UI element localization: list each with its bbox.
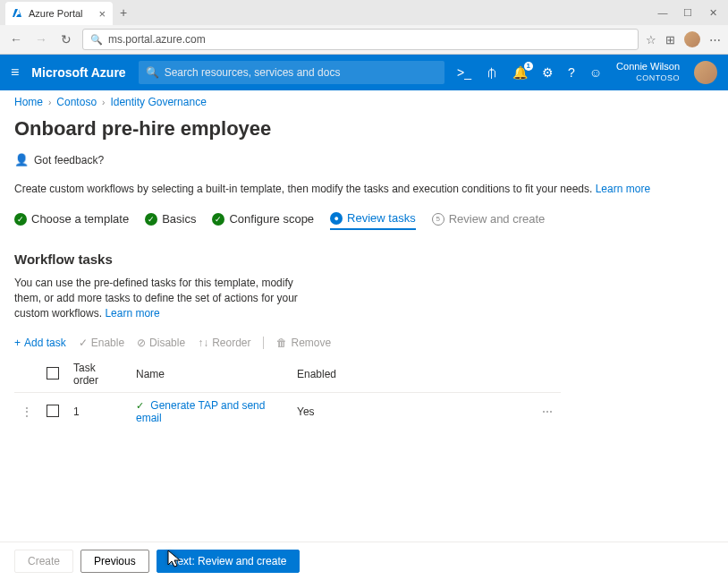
- user-block[interactable]: Connie Wilson CONTOSO: [616, 61, 680, 84]
- row-menu-icon[interactable]: ⋯: [542, 405, 554, 418]
- trash-icon: 🗑: [276, 337, 287, 349]
- breadcrumb: Home › Contoso › Identity Governance: [0, 90, 728, 114]
- settings-icon[interactable]: ⚙: [542, 65, 554, 80]
- col-header-name[interactable]: Name: [129, 356, 290, 393]
- azure-favicon: [13, 8, 23, 19]
- directory-filter-icon[interactable]: ⫛: [486, 65, 498, 80]
- step-review-create: 5 Review and create: [432, 211, 546, 230]
- crumb-home[interactable]: Home: [14, 96, 43, 108]
- tab-title: Azure Portal: [29, 8, 83, 19]
- crumb-identity-governance[interactable]: Identity Governance: [110, 96, 206, 108]
- page-description: Create custom workflows by selecting a b…: [14, 183, 714, 195]
- task-order: 1: [66, 393, 129, 431]
- feedback-label: Got feedback?: [34, 154, 104, 166]
- minimize-button[interactable]: —: [656, 7, 669, 19]
- chevron-right-icon: ›: [102, 98, 105, 107]
- wizard-steps: ✓ Choose a template ✓ Basics ✓ Configure…: [14, 211, 714, 230]
- table-row[interactable]: ⋮ 1 ✓ Generate TAP and send email Yes ⋯: [14, 393, 561, 431]
- task-toolbar: + Add task ✓ Enable ⊘ Disable ↑↓ Reorder…: [14, 337, 714, 349]
- help-icon[interactable]: ?: [568, 65, 575, 80]
- step-basics[interactable]: ✓ Basics: [145, 211, 196, 230]
- check-icon: ✓: [14, 213, 27, 226]
- feedback-link[interactable]: 👤 Got feedback?: [14, 153, 714, 166]
- new-tab-button[interactable]: +: [113, 5, 134, 20]
- user-avatar[interactable]: [694, 61, 717, 84]
- search-icon: 🔍: [90, 34, 103, 46]
- favorite-icon[interactable]: ☆: [646, 33, 656, 47]
- close-tab-icon[interactable]: ×: [98, 7, 106, 21]
- user-org: CONTOSO: [616, 72, 680, 84]
- global-search[interactable]: 🔍 Search resources, services and docs: [139, 61, 444, 84]
- tab-row: Azure Portal × + — ☐ ✕: [0, 0, 728, 25]
- address-bar[interactable]: 🔍 ms.portal.azure.com: [82, 29, 639, 50]
- azure-top-bar: ≡ Microsoft Azure 🔍 Search resources, se…: [0, 55, 728, 90]
- pending-step-icon: 5: [432, 213, 444, 226]
- add-task-button[interactable]: + Add task: [14, 337, 66, 349]
- row-checkbox[interactable]: [47, 405, 59, 417]
- forward-button[interactable]: →: [32, 32, 50, 47]
- select-all-checkbox[interactable]: [47, 367, 59, 380]
- status-ok-icon: ✓: [136, 400, 144, 411]
- section-title: Workflow tasks: [14, 252, 714, 267]
- step-review-tasks[interactable]: ● Review tasks: [330, 211, 416, 230]
- step-configure-scope[interactable]: ✓ Configure scope: [212, 211, 314, 230]
- enable-button: ✓ Enable: [79, 337, 124, 349]
- col-header-enabled[interactable]: Enabled: [290, 356, 534, 393]
- check-icon: ✓: [145, 213, 157, 226]
- crumb-contoso[interactable]: Contoso: [56, 96, 97, 108]
- top-bar-actions: >_ ⫛ 🔔1 ⚙ ? ☺ Connie Wilson CONTOSO: [457, 61, 717, 84]
- extensions-icon[interactable]: ⊞: [665, 33, 675, 47]
- search-placeholder: Search resources, services and docs: [165, 66, 341, 79]
- url-text: ms.portal.azure.com: [108, 33, 206, 46]
- browser-menu-icon[interactable]: ⋯: [709, 33, 721, 47]
- drag-handle-icon[interactable]: ⋮: [21, 405, 32, 418]
- current-step-icon: ●: [330, 212, 343, 225]
- close-window-button[interactable]: ✕: [707, 7, 719, 19]
- feedback-icon: 👤: [14, 153, 29, 166]
- create-button: Create: [14, 550, 73, 573]
- chevron-right-icon: ›: [48, 98, 51, 107]
- reorder-icon: ↑↓: [198, 337, 208, 349]
- check-icon: ✓: [212, 213, 224, 226]
- page-title: Onboard pre-hire employee: [14, 117, 714, 141]
- wizard-footer: Create Previous Next: Review and create: [0, 542, 728, 580]
- previous-button[interactable]: Previous: [80, 550, 149, 573]
- learn-more-link[interactable]: Learn more: [105, 307, 159, 320]
- reorder-button: ↑↓ Reorder: [198, 337, 250, 349]
- learn-more-link[interactable]: Learn more: [596, 183, 650, 195]
- remove-button: 🗑 Remove: [276, 337, 331, 349]
- col-header-order[interactable]: Task order: [66, 356, 129, 393]
- notif-badge: 1: [524, 62, 533, 71]
- browser-tab[interactable]: Azure Portal ×: [5, 2, 113, 25]
- next-button[interactable]: Next: Review and create: [157, 550, 301, 573]
- browser-chrome: Azure Portal × + — ☐ ✕ ← → ↻ 🔍 ms.portal…: [0, 0, 728, 55]
- back-button[interactable]: ←: [7, 32, 25, 47]
- address-row: ← → ↻ 🔍 ms.portal.azure.com ☆ ⊞ ⋯: [0, 25, 728, 54]
- window-controls: — ☐ ✕: [656, 7, 728, 19]
- cloud-shell-icon[interactable]: >_: [457, 65, 471, 80]
- step-choose-template[interactable]: ✓ Choose a template: [14, 211, 129, 230]
- plus-icon: +: [14, 337, 21, 349]
- disable-button: ⊘ Disable: [137, 337, 185, 349]
- check-icon: ✓: [79, 337, 88, 349]
- hamburger-menu[interactable]: ≡: [11, 64, 19, 81]
- task-enabled: Yes: [290, 393, 534, 431]
- feedback-icon[interactable]: ☺: [589, 65, 602, 80]
- section-description: You can use the pre-defined tasks for th…: [14, 276, 318, 320]
- user-name: Connie Wilson: [616, 61, 680, 72]
- refresh-button[interactable]: ↻: [57, 32, 75, 47]
- disable-icon: ⊘: [137, 337, 146, 349]
- tasks-table: Task order Name Enabled ⋮ 1 ✓ Generate T…: [14, 356, 561, 431]
- notifications-icon[interactable]: 🔔1: [512, 65, 528, 80]
- browser-actions: ☆ ⊞ ⋯: [646, 31, 721, 47]
- maximize-button[interactable]: ☐: [681, 7, 694, 19]
- brand-label[interactable]: Microsoft Azure: [31, 65, 125, 80]
- toolbar-separator: [263, 337, 264, 349]
- browser-profile-avatar[interactable]: [684, 31, 700, 47]
- search-icon: 🔍: [146, 66, 159, 79]
- page-content: Onboard pre-hire employee 👤 Got feedback…: [0, 114, 728, 434]
- task-name-link[interactable]: Generate TAP and send email: [136, 399, 265, 424]
